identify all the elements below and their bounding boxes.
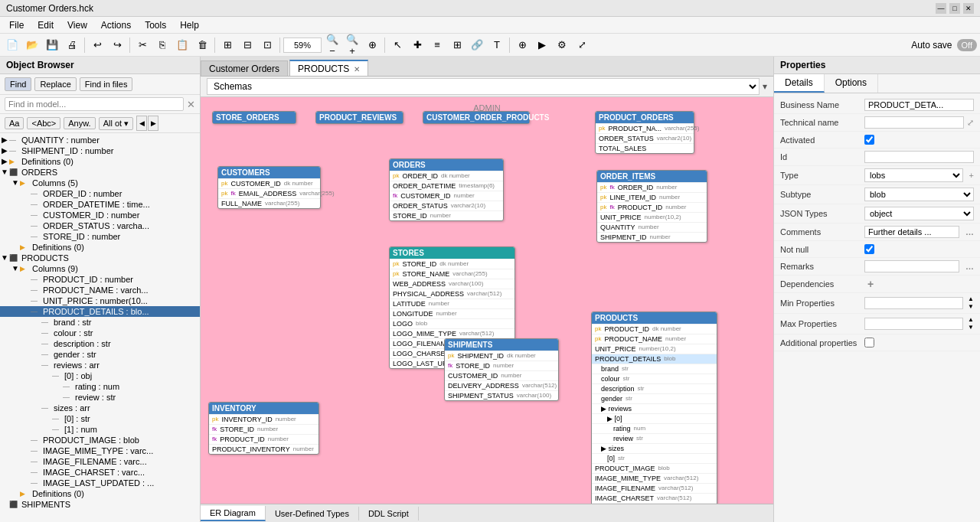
prop-tab-options[interactable]: Options bbox=[825, 74, 878, 93]
id-input[interactable] bbox=[864, 151, 974, 163]
table-product-reviews[interactable]: PRODUCT_REVIEWS bbox=[315, 111, 403, 124]
new-button[interactable]: 📄 bbox=[3, 36, 21, 54]
allot-option[interactable]: All ot ▾ bbox=[99, 117, 134, 130]
zoom-input[interactable]: 59% bbox=[283, 38, 322, 53]
tree-node[interactable]: —rating : num bbox=[0, 381, 200, 392]
remarks-input[interactable] bbox=[864, 260, 959, 272]
table-inventory[interactable]: INVENTORY pkINVENTORY_IDnumber fkSTORE_I… bbox=[208, 402, 319, 455]
expand-icon[interactable]: ▼ bbox=[11, 264, 20, 273]
zoom-fit-button[interactable]: ⊕ bbox=[363, 36, 381, 54]
business-name-input[interactable] bbox=[864, 99, 974, 111]
tab-customer-orders[interactable]: Customer Orders bbox=[201, 60, 288, 76]
technical-name-expand-icon[interactable]: ⤢ bbox=[967, 118, 974, 128]
cut-button[interactable]: ✂ bbox=[133, 36, 152, 54]
clear-search-icon[interactable]: ✕ bbox=[187, 99, 195, 110]
menu-tools[interactable]: Tools bbox=[139, 18, 172, 32]
max-up-icon[interactable]: ▲ bbox=[968, 316, 974, 324]
tree-node[interactable]: ▼▶Columns (5) bbox=[0, 178, 200, 188]
menu-actions[interactable]: Actions bbox=[95, 18, 137, 32]
print-button[interactable]: 🖨 bbox=[63, 36, 81, 54]
tab-products[interactable]: PRODUCTS ✕ bbox=[289, 60, 368, 76]
menu-edit[interactable]: Edit bbox=[31, 18, 60, 32]
open-button[interactable]: 📂 bbox=[23, 36, 41, 54]
subtype-select[interactable]: blob clob nclob bbox=[864, 188, 974, 201]
diag-tab-er[interactable]: ER Diagram bbox=[201, 506, 266, 521]
tree-node[interactable]: —IMAGE_FILENAME : varc... bbox=[0, 456, 200, 467]
tree-node[interactable]: ▶▶Definitions (0) bbox=[0, 156, 200, 167]
search-input[interactable] bbox=[5, 97, 184, 111]
autosave-toggle[interactable]: Off bbox=[957, 39, 977, 51]
menu-file[interactable]: File bbox=[3, 18, 30, 32]
zoom-in-button[interactable]: 🔍+ bbox=[343, 36, 361, 54]
tree-node[interactable]: —PRODUCT_IMAGE : blob bbox=[0, 435, 200, 445]
technical-name-input[interactable] bbox=[864, 116, 964, 129]
tree-node[interactable]: ▶Definitions (0) bbox=[0, 488, 200, 499]
tree-node[interactable]: —IMAGE_CHARSET : varc... bbox=[0, 467, 200, 478]
link-button[interactable]: 🔗 bbox=[468, 36, 486, 54]
word-option[interactable]: <Abc> bbox=[27, 117, 60, 129]
pointer-button[interactable]: ↖ bbox=[388, 36, 407, 54]
select-button[interactable]: ⊡ bbox=[258, 36, 276, 54]
not-null-checkbox[interactable] bbox=[864, 244, 874, 254]
align-button[interactable]: ≡ bbox=[428, 36, 446, 54]
schemas-dropdown-icon[interactable]: ▾ bbox=[763, 81, 767, 92]
menu-view[interactable]: View bbox=[61, 18, 93, 32]
schemas-select[interactable]: Schemas bbox=[207, 78, 760, 95]
table-customers[interactable]: CUSTOMERS pkCUSTOMER_IDdk number pkfkEMA… bbox=[217, 166, 321, 209]
type-select[interactable]: lobs text binary numeric bbox=[864, 168, 963, 182]
tree-node[interactable]: —ORDER_STATUS : varcha... bbox=[0, 220, 200, 231]
delete-button[interactable]: 🗑 bbox=[193, 36, 211, 54]
diagram-area[interactable]: ADMIN STORE_ORDERS PRODUCT_REVIEWS CUSTO… bbox=[201, 97, 773, 504]
paste-button[interactable]: 📋 bbox=[173, 36, 191, 54]
tree-node[interactable]: —IMAGE_MIME_TYPE : varc... bbox=[0, 445, 200, 456]
menu-help[interactable]: Help bbox=[174, 18, 205, 32]
tree-node[interactable]: —UNIT_PRICE : number(10... bbox=[0, 295, 200, 306]
expand-icon[interactable]: ▼ bbox=[11, 178, 20, 188]
tree-node[interactable]: —[0] : str bbox=[0, 413, 200, 424]
maximize-button[interactable]: □ bbox=[949, 3, 960, 14]
tree-node[interactable]: ▶Definitions (0) bbox=[0, 242, 200, 253]
tree-node[interactable]: —PRODUCT_DETAILS : blo... bbox=[0, 306, 200, 317]
find-in-files-button[interactable]: Find in files bbox=[80, 77, 133, 91]
max-properties-input[interactable] bbox=[864, 318, 963, 330]
tree-node[interactable]: ▼▶Columns (9) bbox=[0, 263, 200, 274]
expand-button[interactable]: ⤢ bbox=[573, 36, 591, 54]
tree-node[interactable]: —IMAGE_LAST_UPDATED : ... bbox=[0, 478, 200, 488]
comments-dots-icon[interactable]: … bbox=[965, 227, 974, 237]
grid-button[interactable]: ⊞ bbox=[448, 36, 466, 54]
prev-arrow[interactable]: ◀ bbox=[136, 116, 147, 131]
table-shipments[interactable]: SHIPMENTS pkSHIPMENT_IDdk number fkSTORE… bbox=[444, 338, 559, 401]
crosshair-button[interactable]: ✚ bbox=[408, 36, 426, 54]
tree-node[interactable]: —ORDER_DATETIME : time... bbox=[0, 199, 200, 210]
undo-button[interactable]: ↩ bbox=[88, 36, 106, 54]
table-store-orders[interactable]: STORE_ORDERS bbox=[212, 111, 296, 124]
expand-icon[interactable]: ▼ bbox=[0, 168, 9, 177]
min-properties-input[interactable] bbox=[864, 297, 963, 309]
close-tab-products[interactable]: ✕ bbox=[354, 65, 360, 73]
tree-node[interactable]: ▼⬛PRODUCTS bbox=[0, 253, 200, 263]
find-button[interactable]: Find bbox=[5, 77, 31, 91]
tree-node[interactable]: ▶—QUANTITY : number bbox=[0, 135, 200, 145]
activated-checkbox[interactable] bbox=[864, 135, 874, 145]
expand-icon[interactable]: ▶ bbox=[0, 157, 9, 166]
tree-node[interactable]: —description : str bbox=[0, 338, 200, 349]
tree-node[interactable]: —sizes : arr bbox=[0, 403, 200, 413]
minimize-button[interactable]: — bbox=[936, 3, 946, 14]
redo-button[interactable]: ↪ bbox=[108, 36, 126, 54]
text-button[interactable]: T bbox=[488, 36, 506, 54]
dependencies-add-icon[interactable]: + bbox=[867, 278, 874, 290]
tree-node[interactable]: ▼⬛ORDERS bbox=[0, 167, 200, 178]
nav-button[interactable]: ▶ bbox=[533, 36, 551, 54]
tree-node[interactable]: —brand : str bbox=[0, 317, 200, 328]
table-customer-order-products[interactable]: CUSTOMER_ORDER_PRODUCTS bbox=[423, 111, 530, 124]
save-button[interactable]: 💾 bbox=[43, 36, 61, 54]
additional-properties-checkbox[interactable] bbox=[864, 338, 874, 347]
tree-node[interactable]: ▶—SHIPMENT_ID : number bbox=[0, 145, 200, 156]
tree-node[interactable]: —colour : str bbox=[0, 328, 200, 338]
replace-button[interactable]: Replace bbox=[34, 77, 76, 91]
case-option[interactable]: Aa bbox=[5, 117, 24, 129]
remarks-dots-icon[interactable]: … bbox=[965, 262, 974, 271]
json-types-select[interactable]: object array string number bbox=[864, 207, 974, 220]
settings-button[interactable]: ⚙ bbox=[553, 36, 571, 54]
layout-button[interactable]: ⊟ bbox=[238, 36, 256, 54]
